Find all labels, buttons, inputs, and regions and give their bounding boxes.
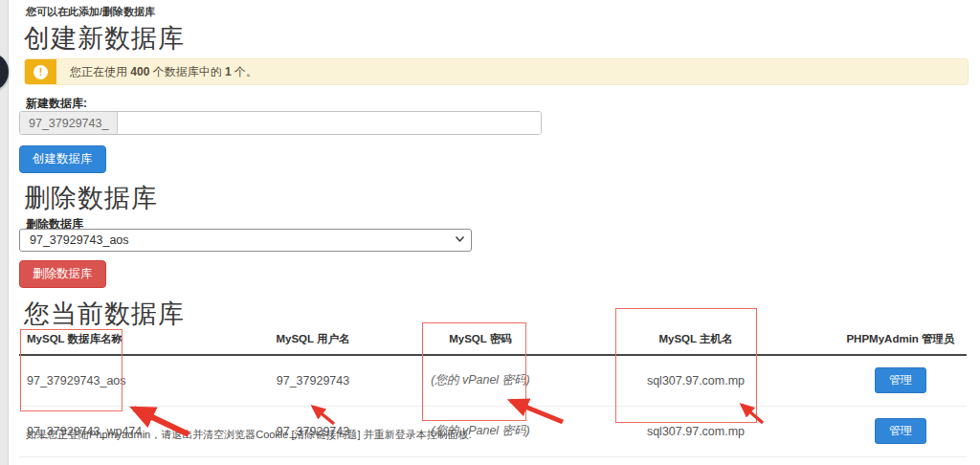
- delete-database-button[interactable]: 删除数据库: [19, 260, 106, 288]
- delete-database-select[interactable]: 97_37929743_aos: [19, 229, 472, 252]
- db-password-cell: (您的 vPanel 密码): [404, 355, 557, 407]
- usage-text-after: 个。: [232, 65, 257, 78]
- phpmyadmin-cookie-note: 如果您正登陆Phpmyadmin，请退出并清空浏览器Cookie [清除链接问题…: [26, 428, 472, 442]
- header-db-name: MySQL 数据库名称: [19, 326, 222, 355]
- new-database-label: 新建数据库:: [26, 96, 87, 112]
- header-db-host: MySQL 主机名: [557, 326, 835, 355]
- manage-button[interactable]: 管理: [875, 418, 926, 444]
- table-row: 97_37929743_aos 97_37929743 (您的 vPanel 密…: [19, 355, 967, 407]
- db-host-cell: sql307.97.com.mp: [557, 407, 835, 457]
- db-host-cell: sql307.97.com.mp: [557, 355, 835, 407]
- usage-notice-text: 您正在使用 400 个数据库中的 1 个。: [70, 64, 257, 80]
- usage-notice-banner: ! 您正在使用 400 个数据库中的 1 个。: [24, 58, 969, 85]
- header-phpmyadmin: PHPMyAdmin 管理员: [835, 326, 967, 355]
- usage-used-count: 1: [225, 65, 232, 78]
- delete-database-select-wrap: 97_37929743_aos: [19, 229, 472, 252]
- header-db-password: MySQL 密码: [404, 326, 557, 355]
- usage-text-middle: 个数据库中的: [149, 65, 225, 78]
- header-db-user: MySQL 用户名: [222, 326, 404, 355]
- usage-text-before: 您正在使用: [70, 65, 130, 78]
- db-user-cell: 97_37929743: [222, 355, 404, 407]
- new-database-input[interactable]: [118, 112, 541, 134]
- exclamation-icon: !: [33, 65, 48, 79]
- database-name-prefix: 97_37929743_: [20, 112, 118, 134]
- table-header-row: MySQL 数据库名称 MySQL 用户名 MySQL 密码 MySQL 主机名…: [19, 326, 967, 355]
- db-name-cell: 97_37929743_aos: [19, 355, 222, 407]
- manage-button[interactable]: 管理: [875, 367, 926, 393]
- database-management-page: 您可以在此添加/删除数据库 创建新数据库 ! 您正在使用 400 个数据库中的 …: [0, 0, 980, 465]
- warning-icon: !: [25, 59, 56, 84]
- page-intro-text: 您可以在此添加/删除数据库: [26, 5, 155, 19]
- new-database-input-group: 97_37929743_: [19, 111, 542, 135]
- delete-database-title: 删除数据库: [24, 181, 158, 215]
- create-database-title: 创建新数据库: [24, 21, 185, 55]
- create-database-button[interactable]: 创建数据库: [19, 145, 106, 173]
- usage-total-count: 400: [130, 65, 149, 78]
